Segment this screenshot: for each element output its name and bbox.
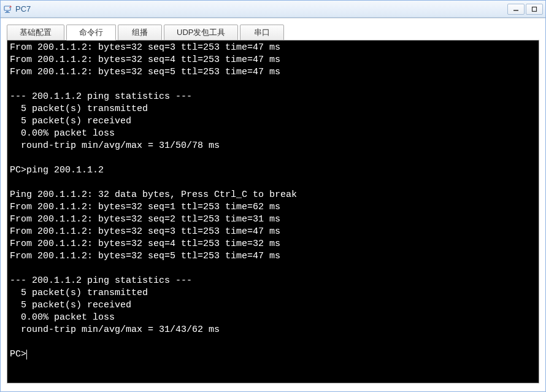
terminal-line: From 200.1.1.2: bytes=32 seq=1 ttl=253 t…	[10, 202, 280, 212]
svg-rect-2	[5, 12, 10, 13]
terminal-line: 5 packet(s) transmitted	[10, 288, 148, 298]
app-icon	[3, 4, 13, 14]
tab-udp-tool[interactable]: UDP发包工具	[164, 25, 238, 40]
terminal-line: 0.00% packet loss	[10, 128, 115, 139]
minimize-button[interactable]	[507, 4, 525, 15]
terminal-line: round-trip min/avg/max = 31/50/78 ms	[10, 140, 220, 151]
terminal-line: --- 200.1.1.2 ping statistics ---	[10, 275, 192, 286]
maximize-button[interactable]	[526, 4, 543, 15]
terminal-prompt: PC>	[10, 349, 26, 359]
terminal-line: Ping 200.1.1.2: 32 data bytes, Press Ctr…	[10, 190, 297, 200]
content-area: 基础配置 命令行 组播 UDP发包工具 串口 From 200.1.1.2: b…	[1, 18, 545, 383]
window-titlebar: PC7	[1, 1, 545, 18]
terminal-line: PC>ping 200.1.1.2	[10, 165, 104, 175]
svg-rect-4	[533, 7, 537, 11]
terminal-line: 0.00% packet loss	[10, 312, 115, 323]
window-controls	[507, 4, 543, 15]
terminal-line: From 200.1.1.2: bytes=32 seq=3 ttl=253 t…	[10, 42, 280, 53]
terminal-line: 5 packet(s) received	[10, 300, 131, 310]
tab-multicast[interactable]: 组播	[118, 25, 162, 40]
tab-serial[interactable]: 串口	[240, 25, 284, 40]
terminal-line: --- 200.1.1.2 ping statistics ---	[10, 91, 192, 102]
terminal-line: From 200.1.1.2: bytes=32 seq=5 ttl=253 t…	[10, 67, 280, 77]
terminal-line: 5 packet(s) received	[10, 116, 131, 126]
terminal-line: From 200.1.1.2: bytes=32 seq=2 ttl=253 t…	[10, 214, 280, 225]
terminal-line: 5 packet(s) transmitted	[10, 104, 148, 114]
terminal-line: From 200.1.1.2: bytes=32 seq=4 ttl=253 t…	[10, 55, 280, 65]
terminal-line: From 200.1.1.2: bytes=32 seq=3 ttl=253 t…	[10, 226, 280, 237]
svg-rect-1	[6, 11, 9, 12]
tab-bar: 基础配置 命令行 组播 UDP发包工具 串口	[7, 25, 539, 40]
terminal-line: From 200.1.1.2: bytes=32 seq=5 ttl=253 t…	[10, 251, 280, 261]
svg-rect-0	[4, 6, 10, 10]
terminal-output[interactable]: From 200.1.1.2: bytes=32 seq=3 ttl=253 t…	[7, 40, 539, 383]
terminal-line: round-trip min/avg/max = 31/43/62 ms	[10, 325, 220, 335]
tab-command-line[interactable]: 命令行	[66, 25, 116, 40]
cursor-icon	[26, 350, 27, 359]
tab-basic-config[interactable]: 基础配置	[7, 25, 64, 40]
window-title: PC7	[15, 4, 507, 13]
terminal-line: From 200.1.1.2: bytes=32 seq=4 ttl=253 t…	[10, 239, 280, 249]
